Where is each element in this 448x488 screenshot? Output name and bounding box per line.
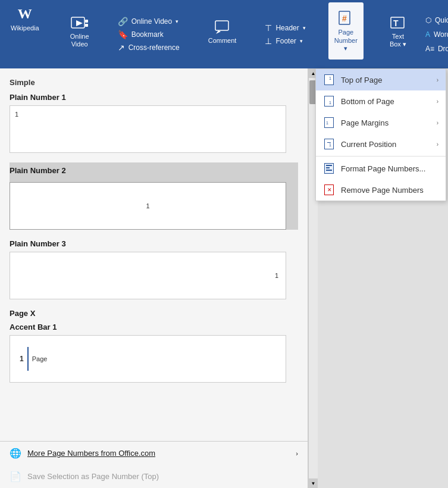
page-margins-arrow: › [437,120,438,126]
wikipedia-button[interactable]: W Wikipedia [5,2,45,66]
format-page-numbers-icon [323,162,335,174]
page-number-label: PageNumber ▾ [334,29,358,52]
bookmark-icon: 🔖 [118,30,128,39]
link-icon: 🔗 [118,17,128,26]
header-label: Header [275,24,299,32]
plain-number-1-label: Plain Number 1 [10,93,298,102]
gallery-item-plain-number-2: Plain Number 2 1 [10,162,298,230]
header-button[interactable]: ⊤ Header ▾ [261,22,309,34]
page-number-icon: # [336,10,355,29]
gallery-content: Simple Plain Number 1 1 Plain Number 2 1… [0,68,308,441]
wordart-icon: A [425,30,430,39]
top-of-page-icon: 1 [323,74,335,86]
format-page-numbers-label: Format Page Numbers... [341,164,438,173]
quick-parts-icon: ⬡ [425,16,431,24]
page-x-section-label: Page X [10,309,298,318]
more-page-numbers-icon: 🌐 [10,448,21,459]
accent-bar-1-label: Accent Bar 1 [10,323,298,331]
plain-number-3-preview[interactable]: 1 [10,252,286,299]
menu-separator-1 [316,156,446,157]
header-footer-group: ⊤ Header ▾ ⊥ Footer ▾ [261,2,309,66]
quick-parts-label: Quick Par... [435,16,448,24]
gallery-panel: Simple Plain Number 1 1 Plain Number 2 1… [0,68,308,488]
text-box-label: TextBox ▾ [390,33,406,48]
gallery-footer: 🌐 More Page Numbers from Office.com › 📄 … [0,441,308,488]
svg-rect-3 [85,24,88,27]
remove-page-numbers-label: Remove Page Numbers [341,186,438,195]
cross-reference-label: Cross-reference [129,43,180,52]
cross-reference-button[interactable]: ↗ Cross-reference [114,42,183,54]
bookmark-button[interactable]: 🔖 Bookmark [114,29,183,40]
page-number-button[interactable]: # PageNumber ▾ [328,2,364,60]
menu-item-bottom-of-page[interactable]: 1 Bottom of Page › [316,90,446,112]
page-margins-label: Page Margins [341,118,431,127]
text-box-button[interactable]: T TextBox ▾ [383,2,413,60]
top-of-page-arrow: › [437,77,438,83]
menu-item-current-position[interactable]: 1 Current Position › [316,133,446,155]
comment-button[interactable]: Comment [202,2,243,60]
gallery-section-simple: Simple [10,78,298,87]
wordart-label: WordArt [434,30,448,39]
current-position-label: Current Position [341,140,431,149]
more-page-numbers-label: More Page Numbers from Office.com [27,449,155,458]
accent-bar-text: Page [32,355,48,362]
text-box-icon: T [389,14,408,33]
insert-links-group: 🔗 Online Video ▾ 🔖 Bookmark ↗ Cross-refe… [114,2,183,66]
bookmark-label: Bookmark [131,30,164,39]
menu-item-page-margins[interactable]: 1 Page Margins › [316,112,446,133]
accent-bar-1-preview[interactable]: 1 Page [10,335,286,383]
online-video-label: OnlineVideo [70,33,89,48]
wordart-button[interactable]: A WordArt [421,29,448,40]
header-icon: ⊤ [265,23,272,33]
bottom-of-page-icon: 1 [323,95,335,107]
wikipedia-label: Wikipedia [11,24,39,32]
top-of-page-label: Top of Page [341,76,431,85]
drop-cap-button[interactable]: A≡ Drop Cap... [421,43,448,55]
footer-icon: ⊥ [265,36,272,46]
svg-text:T: T [393,18,399,28]
footer-label: Footer [275,37,296,45]
comment-icon [213,18,232,37]
wikipedia-icon: W [18,6,32,22]
more-page-numbers-button[interactable]: 🌐 More Page Numbers from Office.com › [0,442,308,465]
scroll-down-arrow[interactable]: ▼ [309,478,318,488]
link-label: Online Video [131,17,173,26]
link-arrow: ▾ [176,18,178,24]
save-selection-icon: 📄 [10,471,21,482]
accent-bar-divider [27,347,29,371]
plain-number-3-label: Plain Number 3 [10,239,298,248]
svg-rect-4 [215,21,228,30]
svg-text:#: # [342,14,347,23]
plain-number-1-preview[interactable]: 1 [10,105,286,153]
online-video-icon [70,14,89,33]
header-arrow: ▾ [303,25,306,31]
svg-marker-5 [216,30,221,34]
gallery-item-plain-number-1: Plain Number 1 1 [10,93,298,153]
current-position-icon: 1 [323,138,335,150]
page-number-dropdown: 1 Top of Page › 1 Bottom of Page › 1 Pag… [315,68,446,201]
plain-number-2-value: 1 [146,202,149,209]
comment-label: Comment [208,37,237,45]
menu-item-top-of-page[interactable]: 1 Top of Page › [316,69,446,90]
save-selection-button: 📄 Save Selection as Page Number (Top) [0,465,308,488]
plain-number-3-value: 1 [275,272,278,279]
drop-cap-icon: A≡ [425,45,434,53]
gallery-item-plain-number-3: Plain Number 3 1 [10,239,298,299]
current-position-arrow: › [437,141,438,148]
menu-item-remove-page-numbers[interactable]: ✕ Remove Page Numbers [316,179,446,201]
cross-reference-icon: ↗ [118,43,125,52]
plain-number-1-value: 1 [15,111,18,118]
quick-parts-button[interactable]: ⬡ Quick Par... [421,14,448,26]
plain-number-2-preview[interactable]: 1 [10,182,286,230]
menu-item-format-page-numbers[interactable]: Format Page Numbers... [316,158,446,179]
ribbon-right-group: ⬡ Quick Par... A WordArt A≡ Drop Cap... [421,2,448,66]
page-margins-icon: 1 [323,117,335,129]
link-button[interactable]: 🔗 Online Video ▾ [114,15,183,27]
drop-cap-label: Drop Cap... [438,45,448,53]
bottom-of-page-label: Bottom of Page [341,97,431,106]
footer-button[interactable]: ⊥ Footer ▾ [261,35,309,47]
save-selection-label: Save Selection as Page Number (Top) [27,472,159,481]
svg-marker-1 [76,20,83,26]
remove-page-numbers-icon: ✕ [323,184,335,196]
online-video-button[interactable]: OnlineVideo [64,2,95,60]
